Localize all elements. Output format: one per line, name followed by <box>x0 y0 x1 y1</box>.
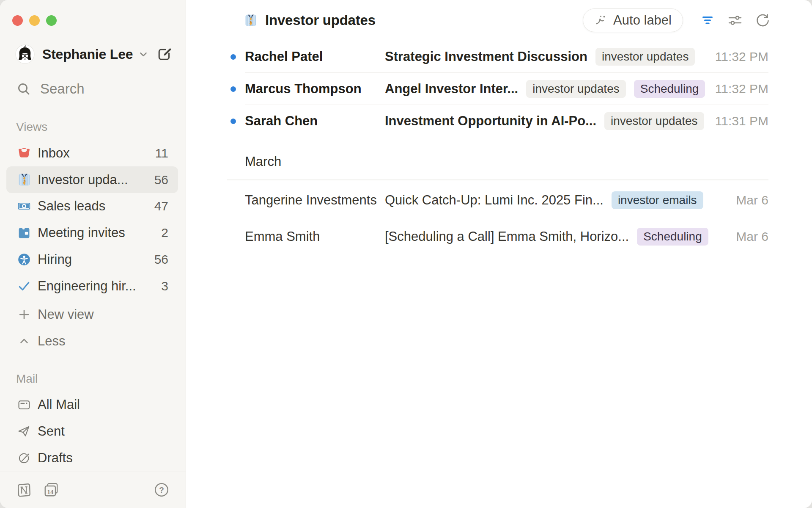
svg-text:?: ? <box>159 486 164 494</box>
email-subject: [Scheduling a Call] Emma Smith, Horizo..… <box>385 229 629 244</box>
sidebar-item-count: 11 <box>155 146 168 160</box>
close-window-button[interactable] <box>12 15 23 26</box>
sidebar-item-count: 56 <box>154 252 168 267</box>
email-subject: Quick Catch-Up: Lumi Inc. 2025 Fin... <box>385 193 604 208</box>
magic-wand-icon <box>594 14 608 27</box>
sidebar-item-label: Hiring <box>38 252 72 267</box>
email-subject: Strategic Investment Discussion <box>385 49 587 64</box>
email-label-chip[interactable]: investor updates <box>595 48 695 66</box>
accessibility-icon <box>17 252 31 267</box>
notion-calendar-icon[interactable]: 14 <box>43 482 59 498</box>
plus-icon <box>17 307 31 322</box>
zoom-window-button[interactable] <box>46 15 57 26</box>
all-mail-icon <box>17 398 31 412</box>
sidebar-item-label: Sales leads <box>38 199 105 214</box>
sidebar-item-label: Engineering hir... <box>38 279 136 294</box>
email-sender: Marcus Thompson <box>245 81 385 97</box>
search-placeholder: Search <box>40 81 85 97</box>
less-label: Less <box>38 334 65 349</box>
main-header: Investor updates Auto label <box>186 0 812 41</box>
chevron-up-icon <box>17 334 31 348</box>
main-panel: Investor updates Auto label <box>186 0 812 508</box>
display-settings-icon[interactable] <box>727 12 743 28</box>
sidebar: Stephanie Lee Search Views <box>0 0 186 508</box>
drafts-icon <box>17 451 31 465</box>
sidebar-item-drafts[interactable]: Drafts <box>6 445 178 472</box>
sidebar-item-label: Inbox <box>38 146 70 161</box>
email-subject: Angel Investor Inter... <box>385 81 518 97</box>
email-label-chip[interactable]: Scheduling <box>637 228 708 246</box>
page-title: Investor updates <box>265 12 376 28</box>
sidebar-item-label: Sent <box>38 424 65 439</box>
email-row[interactable]: Marcus Thompson Angel Investor Inter... … <box>227 73 768 105</box>
refresh-icon[interactable] <box>754 12 771 28</box>
email-time: 11:32 PM <box>707 50 768 64</box>
email-row[interactable]: Sarah Chen Investment Opportunity in AI-… <box>227 105 768 137</box>
email-row[interactable]: Emma Smith [Scheduling a Call] Emma Smit… <box>227 220 768 253</box>
auto-label-button[interactable]: Auto label <box>583 8 683 32</box>
email-row[interactable]: Rachel Patel Strategic Investment Discus… <box>227 41 768 73</box>
unread-dot <box>230 54 236 60</box>
calendar-icon <box>17 226 31 240</box>
date-group-header: March <box>227 137 768 180</box>
necktie-icon <box>244 14 257 27</box>
sidebar-item-label: Investor upda... <box>38 172 128 188</box>
sidebar-footer: 14 ? <box>0 472 186 508</box>
sidebar-item-count: 47 <box>154 199 168 213</box>
sidebar-item-investor-updates[interactable]: Investor upda... 56 <box>6 166 178 193</box>
help-button[interactable]: ? <box>154 482 170 498</box>
email-label-chip[interactable]: Scheduling <box>634 80 705 98</box>
mail-section-label: Mail <box>16 372 186 386</box>
views-section-label: Views <box>16 120 186 134</box>
send-icon <box>17 424 31 439</box>
email-time: 11:32 PM <box>707 82 768 96</box>
email-time: 11:31 PM <box>707 114 768 128</box>
email-label-chip[interactable]: investor updates <box>526 80 625 98</box>
user-name: Stephanie Lee <box>42 47 133 62</box>
sidebar-item-meeting-invites[interactable]: Meeting invites 2 <box>6 220 178 246</box>
email-row[interactable]: Tangerine Investments Quick Catch-Up: Lu… <box>227 180 768 220</box>
email-time: Mar 6 <box>727 193 768 207</box>
new-view-label: New view <box>38 307 94 322</box>
sidebar-item-sent[interactable]: Sent <box>6 418 178 445</box>
email-sender: Emma Smith <box>245 229 385 244</box>
sidebar-item-label: Meeting invites <box>38 225 125 240</box>
window-controls <box>12 15 186 26</box>
email-list: Rachel Patel Strategic Investment Discus… <box>186 41 812 253</box>
sidebar-item-count: 56 <box>154 173 168 187</box>
sidebar-item-sales-leads[interactable]: Sales leads 47 <box>6 193 178 220</box>
email-subject: Investment Opportunity in AI-Po... <box>385 113 596 129</box>
search-input[interactable]: Search <box>16 80 173 97</box>
necktie-icon <box>17 173 31 187</box>
sidebar-item-all-mail[interactable]: All Mail <box>6 392 178 418</box>
sidebar-item-engineering-hiring[interactable]: Engineering hir... 3 <box>6 273 178 300</box>
email-sender: Sarah Chen <box>245 113 385 129</box>
filter-icon[interactable] <box>700 12 716 28</box>
minimize-window-button[interactable] <box>29 15 40 26</box>
compose-button[interactable] <box>156 46 173 63</box>
sidebar-item-inbox[interactable]: Inbox 11 <box>6 140 178 166</box>
check-icon <box>17 279 31 293</box>
svg-text:14: 14 <box>47 489 54 495</box>
email-sender: Tangerine Investments <box>245 193 385 208</box>
email-time: Mar 6 <box>727 229 768 244</box>
unread-dot <box>230 119 236 124</box>
email-label-chip[interactable]: investor updates <box>604 112 704 130</box>
auto-label-text: Auto label <box>613 13 672 28</box>
header-actions: Auto label <box>583 8 771 32</box>
chevron-down-icon <box>138 49 149 60</box>
email-sender: Rachel Patel <box>245 49 385 64</box>
notion-logo-icon[interactable] <box>16 482 32 498</box>
account-switcher[interactable]: Stephanie Lee <box>15 44 173 64</box>
app-window: Stephanie Lee Search Views <box>0 0 812 508</box>
banknote-icon <box>17 199 31 213</box>
email-label-chip[interactable]: investor emails <box>612 191 703 209</box>
search-icon <box>16 81 31 97</box>
avatar <box>15 44 35 64</box>
sidebar-item-hiring[interactable]: Hiring 56 <box>6 246 178 273</box>
sidebar-item-label: All Mail <box>38 397 80 412</box>
sidebar-item-label: Drafts <box>38 450 73 466</box>
new-view-button[interactable]: New view <box>6 301 178 328</box>
sidebar-item-count: 3 <box>161 279 168 293</box>
less-button[interactable]: Less <box>6 328 178 354</box>
